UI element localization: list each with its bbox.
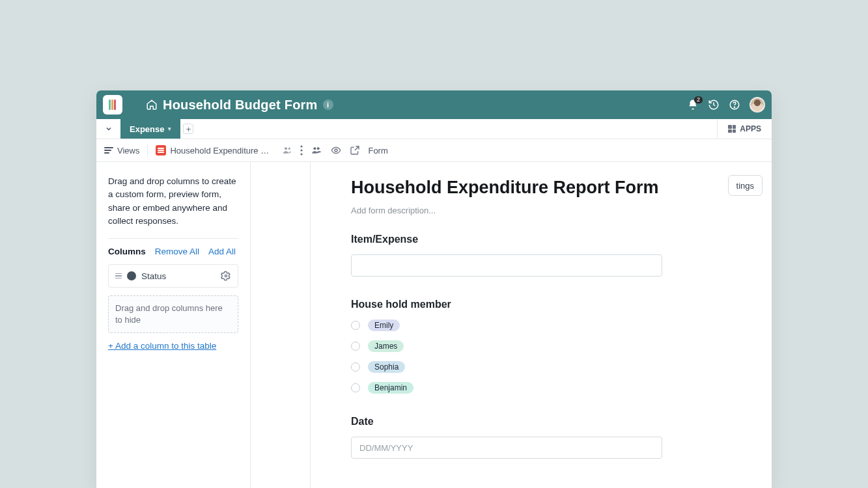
svg-point-8 <box>317 147 320 150</box>
divider <box>108 238 238 239</box>
field-household-member: House hold member Emily James Sophia <box>351 299 674 394</box>
field-date: Date <box>351 416 674 459</box>
tab-label: Expense <box>130 124 164 134</box>
apps-icon <box>728 125 736 133</box>
collapse-tabs-button[interactable] <box>96 119 120 139</box>
svg-point-2 <box>285 147 287 150</box>
columns-label: Columns <box>108 247 146 256</box>
svg-point-1 <box>734 107 735 107</box>
view-name-label: Household Expenditure Re… <box>170 146 274 156</box>
member-option[interactable]: James <box>351 340 674 352</box>
info-icon[interactable]: i <box>323 100 333 110</box>
share-users-icon[interactable] <box>311 145 322 156</box>
remove-all-link[interactable]: Remove All <box>155 247 199 256</box>
view-name[interactable]: Household Expenditure Re… <box>156 145 274 156</box>
field-label: Date <box>351 416 674 427</box>
radio-icon[interactable] <box>351 321 360 330</box>
form-canvas: tings Household Expenditure Report Form … <box>311 162 772 488</box>
share-icon[interactable] <box>350 145 360 156</box>
menu-icon[interactable] <box>128 100 141 110</box>
form-title[interactable]: Household Expenditure Report Form <box>351 178 674 198</box>
tab-expense[interactable]: Expense ▾ <box>120 119 180 139</box>
svg-point-10 <box>225 275 227 277</box>
chevron-down-icon: ▾ <box>168 126 171 132</box>
main: Drag and drop columns to create a custom… <box>96 162 772 488</box>
topbar: Household Budget Form i 2 <box>96 90 772 119</box>
document-title[interactable]: Household Budget Form <box>163 98 318 113</box>
member-option[interactable]: Sophia <box>351 361 674 373</box>
svg-point-6 <box>301 153 303 155</box>
preview-icon[interactable] <box>330 145 342 156</box>
drag-handle-icon[interactable] <box>115 273 122 279</box>
toolbar: Views Household Expenditure Re… Form <box>96 139 772 162</box>
status-type-icon <box>127 271 136 280</box>
svg-point-3 <box>288 148 290 150</box>
member-option[interactable]: Emily <box>351 319 674 331</box>
field-label: House hold member <box>351 299 674 310</box>
member-pill: Sophia <box>368 361 405 373</box>
help-icon[interactable] <box>729 99 740 111</box>
app-logo[interactable] <box>103 95 122 115</box>
tabs-bar: Expense ▾ + APPS <box>96 119 772 139</box>
more-icon[interactable] <box>300 145 303 156</box>
notification-badge: 2 <box>694 96 703 103</box>
gutter <box>251 162 311 488</box>
form-switch-label[interactable]: Form <box>368 146 387 156</box>
home-icon[interactable] <box>146 99 158 111</box>
views-label: Views <box>117 146 139 156</box>
svg-point-5 <box>301 149 303 151</box>
apps-label: APPS <box>740 124 761 133</box>
member-pill: Benjamin <box>368 382 413 394</box>
app-window: Household Budget Form i 2 Expense ▾ <box>96 90 772 488</box>
form-builder-sidebar: Drag and drop columns to create a custom… <box>96 162 251 488</box>
collaborators-icon[interactable] <box>282 145 292 156</box>
column-chip-status[interactable]: Status <box>108 264 238 288</box>
field-item-expense: Item/Expense <box>351 234 674 277</box>
views-button[interactable]: Views <box>104 146 139 156</box>
radio-icon[interactable] <box>351 362 360 372</box>
svg-point-7 <box>314 147 316 150</box>
gear-icon[interactable] <box>221 271 231 281</box>
avatar[interactable] <box>749 97 765 113</box>
form-settings-button[interactable]: tings <box>728 175 763 196</box>
add-column-link[interactable]: + Add a column to this table <box>108 341 216 351</box>
add-all-link[interactable]: Add All <box>208 247 236 256</box>
column-chip-label: Status <box>141 271 166 281</box>
add-tab-button[interactable]: + <box>180 119 196 139</box>
member-pill: James <box>368 340 404 352</box>
hide-columns-dropzone[interactable]: Drag and drop columns here to hide <box>108 295 238 333</box>
item-expense-input[interactable] <box>351 254 662 277</box>
member-pill: Emily <box>368 319 400 331</box>
svg-point-4 <box>301 145 303 147</box>
notifications-icon[interactable]: 2 <box>687 99 699 111</box>
radio-icon[interactable] <box>351 383 360 392</box>
member-option[interactable]: Benjamin <box>351 382 674 394</box>
form-description-placeholder[interactable]: Add form description... <box>351 206 674 215</box>
date-input[interactable] <box>351 437 662 459</box>
history-icon[interactable] <box>708 99 720 111</box>
sidebar-intro: Drag and drop columns to create a custom… <box>108 175 238 228</box>
form-view-icon <box>156 145 166 156</box>
svg-point-9 <box>335 149 337 152</box>
list-icon <box>104 147 113 154</box>
separator <box>147 144 148 156</box>
apps-button[interactable]: APPS <box>717 119 772 139</box>
radio-icon[interactable] <box>351 342 360 351</box>
field-label: Item/Expense <box>351 234 674 245</box>
